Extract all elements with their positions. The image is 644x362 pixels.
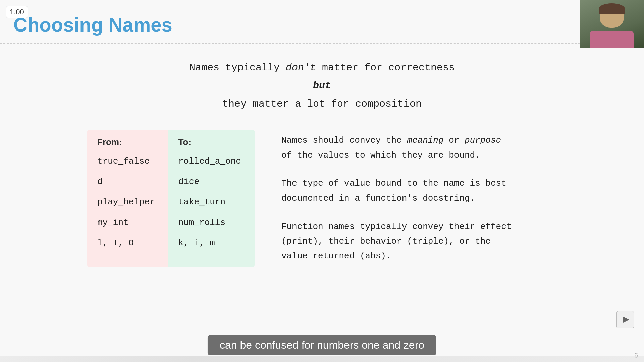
to-item-4: k, i, m xyxy=(178,237,241,250)
webcam-person xyxy=(580,0,644,48)
from-item-1: d xyxy=(97,175,155,188)
waveform-bar xyxy=(0,356,644,362)
right-para-3: Function names typically convey their ef… xyxy=(281,219,512,264)
intro-line2: but xyxy=(189,77,455,95)
from-header: From: xyxy=(97,137,155,147)
intro-line1-italic: don't xyxy=(286,62,316,73)
from-item-3: my_int xyxy=(97,216,155,229)
intro-line1: Names typically don't matter for correct… xyxy=(189,59,455,77)
from-item-2: play_helper xyxy=(97,196,155,209)
to-item-0: rolled_a_one xyxy=(178,155,241,168)
play-button[interactable] xyxy=(616,311,634,328)
subtitle-bar: can be confused for numbers one and zero xyxy=(208,335,436,355)
to-item-3: num_rolls xyxy=(178,216,241,229)
to-item-1: dice xyxy=(178,175,241,188)
para1-italic1: meaning xyxy=(407,135,443,145)
comparison-table: From: true_false d play_helper my_int l,… xyxy=(87,130,255,267)
right-text-block: Names should convey the meaning or purpo… xyxy=(281,130,512,263)
from-item-4: l, I, O xyxy=(97,237,155,250)
main-content: Names typically don't matter for correct… xyxy=(0,49,644,335)
lower-section: From: true_false d play_helper my_int l,… xyxy=(87,130,557,267)
para1-italic2: purpose xyxy=(465,135,501,145)
from-item-0: true_false xyxy=(97,155,155,168)
to-item-2: take_turn xyxy=(178,196,241,209)
right-para-2: The type of value bound to the name is b… xyxy=(281,176,512,205)
col-from: From: true_false d play_helper my_int l,… xyxy=(87,130,168,267)
title-divider xyxy=(0,43,644,44)
intro-line1-suffix: matter for correctness xyxy=(316,62,455,73)
para1-suffix: of the values to which they are bound. xyxy=(281,150,480,160)
col-to: To: rolled_a_one dice take_turn num_roll… xyxy=(168,130,255,267)
webcam-container xyxy=(580,0,644,48)
play-icon xyxy=(623,316,629,323)
to-header: To: xyxy=(178,137,241,147)
slide-title: Choosing Names xyxy=(13,13,172,36)
intro-text: Names typically don't matter for correct… xyxy=(189,59,455,113)
intro-line1-prefix: Names typically xyxy=(189,62,286,73)
para1-prefix: Names should convey the xyxy=(281,135,407,145)
intro-line2-text: but xyxy=(313,80,331,92)
para1-mid: or xyxy=(444,135,465,145)
right-para-1: Names should convey the meaning or purpo… xyxy=(281,133,512,163)
intro-line3: they matter a lot for composition xyxy=(189,95,455,113)
